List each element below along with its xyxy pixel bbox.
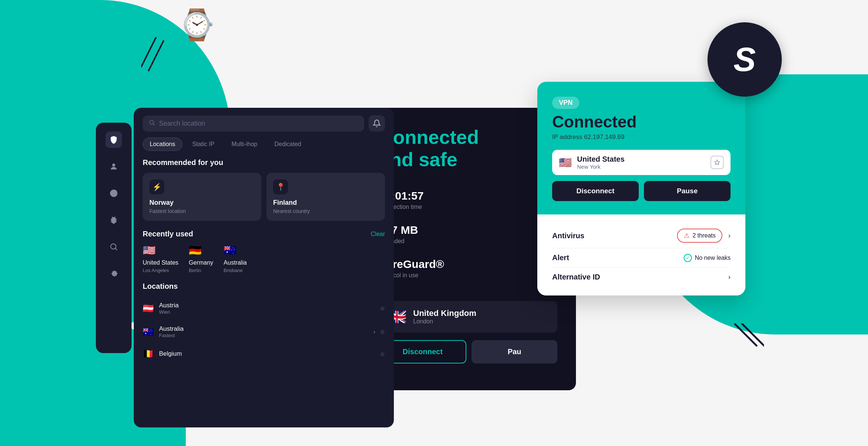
right-card: VPN Connected IP address 62.197.149.69 🇺… (537, 82, 745, 295)
svg-marker-8 (715, 160, 719, 165)
selector-country: United States (577, 155, 625, 164)
connected-title-line1: Connected (379, 126, 479, 148)
austria-info: Austria Wien (159, 302, 375, 315)
card-disconnect-button[interactable]: Disconnect (552, 181, 639, 201)
recent-item-us[interactable]: 🇺🇸 United States Los Angeles (143, 244, 178, 273)
connected-city: London (413, 318, 476, 325)
alert-label: Alert (552, 253, 569, 262)
tab-dedicated[interactable]: Dedicated (267, 138, 308, 151)
austria-actions: ☆ (380, 305, 385, 312)
selector-flag: 🇺🇸 (559, 156, 572, 169)
sidebar-item-person[interactable] (106, 158, 122, 175)
vpn-panel: Search location Locations Static IP Mult… (134, 108, 394, 427)
no-leak-badge: ✓ No new leaks (684, 254, 731, 262)
alternative-id-label: Alternative ID (552, 273, 600, 281)
antivirus-label: Antivirus (552, 232, 584, 240)
selector-star-button[interactable] (710, 156, 724, 169)
search-input-wrap[interactable]: Search location (143, 116, 364, 132)
australia-actions: › ☆ (373, 328, 385, 335)
antivirus-row[interactable]: Antivirus ⚠ 2 threats › (552, 223, 731, 248)
uploaded-value: 167 MB (379, 224, 557, 236)
warning-icon: ⚠ (684, 232, 690, 240)
search-icon (149, 119, 155, 128)
clear-button[interactable]: Clear (371, 231, 385, 237)
alternative-id-row[interactable]: Alternative ID › (552, 268, 731, 287)
antivirus-chevron-icon: › (728, 232, 731, 240)
logo-circle: S (707, 22, 782, 97)
australia-name: Australia (159, 325, 368, 333)
uploaded-stat: 167 MB Uploaded (379, 224, 557, 245)
us-country: United States (143, 259, 178, 266)
vpn-label: VPN (552, 97, 579, 109)
belgium-info: Belgium (159, 350, 375, 358)
sidebar-item-settings[interactable] (106, 265, 122, 282)
tab-static-ip[interactable]: Static IP (185, 138, 222, 151)
tab-multi-hop[interactable]: Multi-ihop (224, 138, 264, 151)
card-pause-button[interactable]: Pause (644, 181, 731, 201)
connected-title: Connected and safe (379, 126, 557, 171)
uploaded-label: Uploaded (379, 238, 557, 245)
tabs-row: Locations Static IP Multi-ihop Dedicated (134, 138, 394, 151)
location-selector[interactable]: 🇺🇸 United States New York (552, 150, 731, 175)
sidebar-item-bug[interactable] (106, 212, 122, 228)
location-row-austria[interactable]: 🇦🇹 Austria Wien ☆ (134, 297, 394, 320)
recently-used-list: 🇺🇸 United States Los Angeles 🇩🇪 Germany … (134, 244, 394, 282)
recommended-grid: ⚡ Norway Fastest location 📍 Finland Near… (134, 173, 394, 230)
notification-bell-button[interactable] (369, 115, 385, 132)
watch-decoration: ⌚ (178, 7, 216, 42)
right-card-connected-label: Connected (552, 113, 731, 131)
de-flag: 🇩🇪 (189, 244, 202, 256)
threat-badge: ⚠ 2 threats (677, 229, 722, 243)
belgium-name: Belgium (159, 350, 375, 358)
rec-card-norway[interactable]: ⚡ Norway Fastest location (143, 173, 261, 221)
location-row-australia[interactable]: 🇦🇺 Australia Fastest › ☆ (134, 320, 394, 343)
locations-section-title: Locations (134, 282, 394, 297)
connected-country: United Kingdom (413, 308, 476, 318)
right-card-top: VPN Connected IP address 62.197.149.69 🇺… (537, 82, 745, 214)
belgium-star-icon[interactable]: ☆ (380, 350, 385, 358)
austria-city: Wien (159, 309, 375, 315)
tab-locations[interactable]: Locations (143, 138, 182, 151)
alternative-id-chevron-icon: › (728, 273, 731, 281)
norway-icon: ⚡ (149, 180, 164, 194)
sidebar-item-shield[interactable] (106, 132, 122, 148)
finland-name: Finland (273, 199, 378, 207)
rec-card-finland[interactable]: 📍 Finland Nearest country (266, 173, 385, 221)
search-bar: Search location (134, 108, 394, 138)
connection-time-value: 00:01:57 (379, 190, 557, 202)
right-card-header: VPN (552, 97, 731, 109)
finland-icon: 📍 (273, 180, 288, 194)
connected-action-buttons: Disconnect Pau (379, 340, 557, 363)
sidebar-item-alert[interactable] (106, 185, 122, 201)
austria-star-icon[interactable]: ☆ (380, 305, 385, 312)
location-row-belgium[interactable]: 🇧🇪 Belgium ☆ (134, 343, 394, 364)
alert-row[interactable]: Alert ✓ No new leaks (552, 248, 731, 268)
au-flag: 🇦🇺 (224, 244, 237, 256)
threat-count: 2 threats (693, 232, 716, 239)
check-circle-icon: ✓ (684, 254, 692, 262)
pause-button[interactable]: Pau (472, 340, 557, 363)
belgium-actions: ☆ (380, 350, 385, 358)
recommended-section-title: Recommended for you (134, 158, 394, 173)
deco-lines-left (141, 37, 171, 82)
de-city: Berlin (189, 268, 201, 273)
recent-item-de[interactable]: 🇩🇪 Germany Berlin (189, 244, 213, 273)
us-city: Los Angeles (143, 268, 169, 273)
australia-flag: 🇦🇺 (143, 327, 154, 337)
austria-flag: 🇦🇹 (143, 303, 154, 314)
sidebar-item-search[interactable] (106, 239, 122, 255)
recent-item-au[interactable]: 🇦🇺 Australia Brisbane (224, 244, 247, 273)
right-card-ip: IP address 62.197.149.69 (552, 133, 731, 141)
locations-list: 🇦🇹 Austria Wien ☆ 🇦🇺 Australia Fastest › (134, 297, 394, 427)
connection-time-stat: 00:01:57 Connection time (379, 190, 557, 210)
australia-star-icon[interactable]: ☆ (380, 328, 385, 335)
us-flag: 🇺🇸 (143, 244, 156, 256)
selector-text: United States New York (577, 155, 625, 170)
connection-time-label: Connection time (379, 204, 557, 210)
card-action-buttons: Disconnect Pause (552, 181, 731, 201)
austria-name: Austria (159, 302, 375, 309)
protocol-stat: WireGuard® Protocol in use (379, 258, 557, 279)
protocol-value: WireGuard® (379, 258, 557, 271)
australia-info: Australia Fastest (159, 325, 368, 338)
search-placeholder-text: Search location (159, 120, 205, 127)
